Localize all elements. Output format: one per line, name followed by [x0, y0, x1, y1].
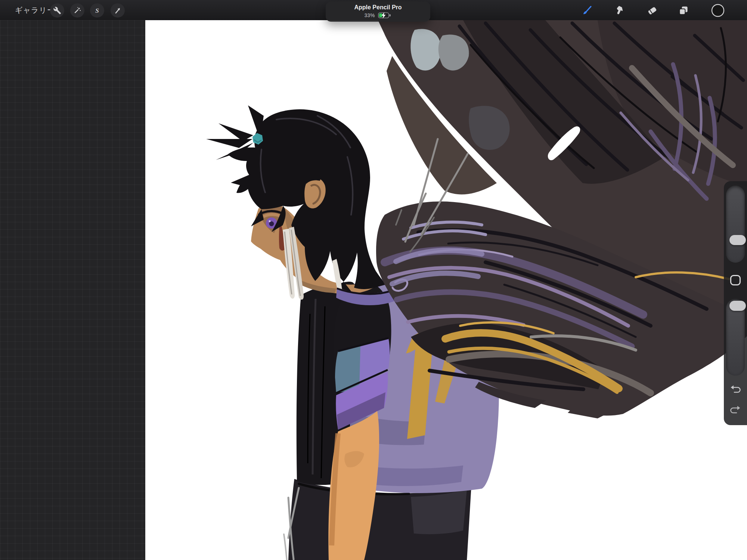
adjustments-button[interactable] — [70, 3, 84, 18]
actions-button[interactable] — [50, 3, 64, 18]
selection-button[interactable]: S — [90, 3, 104, 18]
drawing-canvas[interactable] — [145, 20, 747, 560]
smudge-tool-button[interactable] — [612, 3, 626, 18]
opacity-handle[interactable] — [729, 301, 746, 311]
erase-tool-button[interactable] — [645, 3, 659, 18]
selection-s-icon: S — [93, 6, 101, 15]
artwork — [145, 20, 747, 560]
battery-charging-icon — [378, 12, 392, 19]
modify-button[interactable] — [730, 275, 741, 285]
redo-icon — [729, 403, 742, 416]
brush-icon — [582, 5, 593, 16]
layers-button[interactable] — [676, 3, 691, 18]
color-button[interactable] — [711, 3, 725, 18]
transform-button[interactable] — [111, 3, 125, 18]
undo-button[interactable] — [729, 383, 742, 396]
layers-icon — [678, 5, 689, 16]
color-circle-icon — [711, 3, 725, 18]
sidebar-tools — [724, 181, 747, 425]
wrench-icon — [53, 6, 61, 15]
pencil-battery-percent: 33% — [364, 12, 375, 18]
smudge-finger-icon — [613, 5, 624, 16]
brush-size-slider[interactable] — [726, 186, 745, 263]
redo-button[interactable] — [729, 403, 742, 416]
paint-tool-button[interactable] — [580, 3, 594, 18]
undo-icon — [729, 383, 742, 396]
eraser-icon — [647, 5, 658, 16]
pencil-title: Apple Pencil Pro — [354, 4, 402, 11]
magic-wand-icon — [73, 6, 81, 15]
opacity-slider[interactable] — [726, 299, 745, 376]
pencil-status-popup: Apple Pencil Pro 33% — [326, 1, 430, 22]
gallery-button[interactable]: ギャラリー — [15, 0, 55, 20]
brush-size-handle[interactable] — [729, 235, 746, 245]
move-arrow-icon — [114, 6, 122, 15]
procreate-app: ギャラリー S — [0, 0, 747, 560]
svg-text:S: S — [95, 7, 99, 14]
